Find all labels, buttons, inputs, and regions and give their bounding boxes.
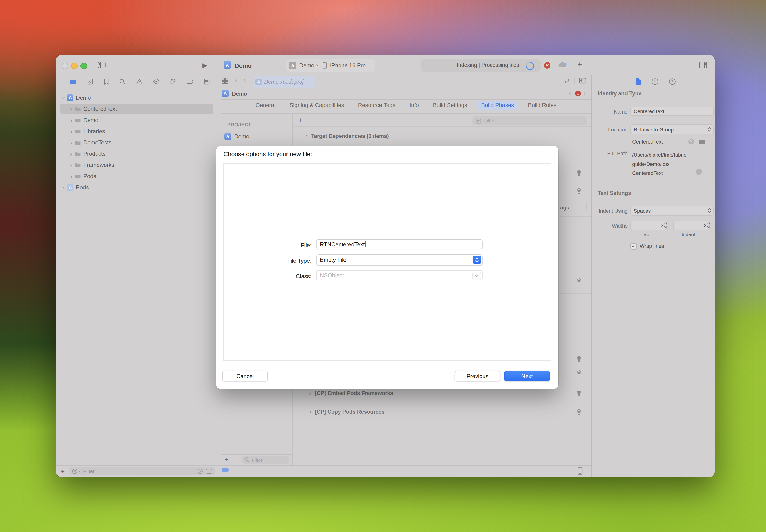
tree-item-demo-project[interactable]: › A Demo	[60, 93, 213, 103]
editor-options-device-icon[interactable]	[577, 467, 583, 475]
filter-placeholder[interactable]: Filter	[83, 468, 95, 474]
find-navigator-icon[interactable]	[119, 78, 125, 84]
scheme-device-label[interactable]: iPhone 16 Pro	[330, 62, 366, 69]
phase-title[interactable]: [CP] Copy Pods Resources	[315, 409, 385, 414]
toggle-navigator-icon[interactable]	[98, 62, 106, 68]
breakpoint-navigator-icon[interactable]	[186, 79, 193, 84]
tab-width-field[interactable]: 2	[630, 221, 667, 230]
debug-navigator-icon[interactable]	[170, 78, 176, 85]
add-editor-icon[interactable]	[579, 78, 587, 84]
disclosure-expanded-icon[interactable]: ›	[61, 97, 67, 99]
add-target-button[interactable]: +	[224, 456, 228, 463]
recent-files-icon[interactable]	[197, 468, 203, 474]
project-navigator-icon[interactable]	[69, 78, 76, 84]
file-type-popup[interactable]: Empty File	[316, 254, 483, 266]
bookmark-navigator-icon[interactable]	[104, 78, 109, 84]
tab-title[interactable]: Demo.xcodeproj	[264, 79, 303, 85]
add-build-phase-button[interactable]: +	[298, 116, 302, 124]
editor-inspector-divider[interactable]	[591, 75, 592, 477]
jumpbar-forward-icon[interactable]: ›	[584, 89, 586, 97]
tab-resource-tags[interactable]: Resource Tags	[354, 101, 399, 110]
disclosure-collapsed-icon[interactable]: ›	[305, 133, 307, 139]
phase-title[interactable]: [CP] Embed Pods Frameworks	[315, 390, 393, 396]
class-combobox[interactable]: NSObject	[316, 270, 483, 280]
remove-target-button[interactable]: −	[234, 455, 237, 462]
tree-item-libraries[interactable]: › Libraries	[60, 126, 213, 137]
embed-pods-frameworks-row[interactable]: › [CP] Embed Pods Frameworks	[309, 390, 393, 396]
navigator-filter-field[interactable]: Filter	[69, 467, 215, 475]
minimize-button[interactable]	[71, 63, 78, 69]
project-item-label[interactable]: Demo	[234, 133, 249, 140]
file-inspector-icon[interactable]	[635, 78, 641, 85]
tab-info[interactable]: Info	[406, 101, 423, 110]
tree-item-label[interactable]: Demo	[83, 117, 98, 123]
build-phase-filter-field[interactable]: Filter	[472, 116, 587, 125]
add-tab-button[interactable]: +	[578, 60, 582, 69]
tree-item-pods-project[interactable]: › A Pods	[60, 182, 213, 193]
tree-item-demotests[interactable]: › DemoTests	[60, 137, 213, 148]
wrap-lines-checkbox[interactable]: ✓	[630, 243, 637, 250]
error-badge[interactable]: ✕	[544, 62, 551, 69]
previous-button[interactable]: Previous	[455, 371, 500, 381]
tree-item-label[interactable]: Libraries	[83, 128, 105, 135]
issue-navigator-icon[interactable]	[136, 78, 142, 84]
delete-phase-icon[interactable]	[576, 390, 582, 396]
tree-item-frameworks[interactable]: › Frameworks	[60, 160, 213, 170]
next-button[interactable]: Next	[504, 371, 550, 381]
zoom-button[interactable]	[80, 63, 87, 69]
clear-group-icon[interactable]: ✕	[688, 139, 694, 144]
project-list-item[interactable]: A Demo	[224, 133, 249, 140]
disclosure-collapsed-icon[interactable]: ›	[63, 184, 65, 191]
target-filter-field[interactable]: Filter	[242, 456, 289, 464]
delete-phase-icon[interactable]	[576, 170, 582, 176]
target-dependencies-row[interactable]: › Target Dependencies (0 items)	[305, 133, 389, 139]
delete-phase-icon[interactable]	[576, 356, 582, 362]
tree-item-label[interactable]: Pods	[83, 173, 96, 180]
toggle-inspector-icon[interactable]	[699, 62, 707, 68]
indent-width-field[interactable]: 2	[673, 221, 710, 230]
tree-item-demo-group[interactable]: › Demo	[60, 115, 213, 125]
tree-item-label[interactable]: CenteredText	[83, 106, 117, 112]
jumpbar-error-badge[interactable]: ✕	[575, 91, 581, 96]
filter-mode-icon[interactable]	[72, 468, 81, 474]
jumpbar-item[interactable]: Demo	[232, 91, 247, 97]
tree-item-products[interactable]: › Products	[60, 149, 213, 159]
source-control-status-icon[interactable]	[206, 468, 212, 474]
disclosure-collapsed-icon[interactable]: ›	[70, 117, 72, 123]
delete-phase-icon[interactable]	[576, 409, 582, 415]
disclosure-collapsed-icon[interactable]: ›	[309, 409, 311, 415]
swap-editor-icon[interactable]: ⇄	[565, 77, 570, 84]
indent-width-stepper[interactable]	[706, 221, 711, 230]
indent-using-dropdown[interactable]: Spaces	[630, 206, 714, 216]
name-field[interactable]: CenteredText	[630, 107, 714, 116]
related-items-icon[interactable]	[222, 78, 228, 84]
cloud-sync-icon[interactable]	[558, 61, 568, 69]
disclosure-collapsed-icon[interactable]: ›	[70, 151, 72, 157]
test-navigator-icon[interactable]	[153, 78, 159, 85]
copy-pods-resources-row[interactable]: › [CP] Copy Pods Resources	[309, 409, 385, 415]
forward-icon[interactable]: ›	[243, 76, 246, 84]
tree-item-label[interactable]: Products	[83, 151, 106, 157]
report-navigator-icon[interactable]	[204, 78, 209, 84]
tree-item-centeredtext-selected[interactable]: › CenteredText	[60, 104, 213, 114]
delete-phase-icon[interactable]	[576, 187, 582, 194]
cancel-button[interactable]: Cancel	[222, 371, 268, 381]
disclosure-collapsed-icon[interactable]: ›	[70, 173, 72, 179]
source-control-navigator-icon[interactable]	[87, 78, 93, 84]
file-name-input[interactable]: RTNCenteredText	[316, 239, 483, 249]
tab-width-stepper[interactable]	[663, 221, 668, 230]
delete-phase-icon[interactable]	[576, 369, 582, 376]
help-inspector-icon[interactable]: ?	[669, 78, 676, 85]
location-dropdown[interactable]: Relative to Group	[630, 124, 714, 134]
disclosure-collapsed-icon[interactable]: ›	[70, 128, 72, 134]
tree-item-label[interactable]: Demo	[76, 94, 91, 101]
add-file-button[interactable]: +	[61, 467, 65, 475]
disclosure-collapsed-icon[interactable]: ›	[70, 106, 72, 112]
delete-phase-icon[interactable]	[576, 277, 582, 284]
tree-item-label[interactable]: DemoTests	[83, 139, 111, 146]
editor-tab[interactable]: A Demo.xcodeproj	[252, 76, 315, 88]
tree-item-label[interactable]: Pods	[76, 184, 89, 191]
tree-item-label[interactable]: Frameworks	[83, 162, 114, 168]
back-icon[interactable]: ‹	[235, 76, 237, 84]
open-path-arrow-icon[interactable]: →	[696, 169, 702, 175]
